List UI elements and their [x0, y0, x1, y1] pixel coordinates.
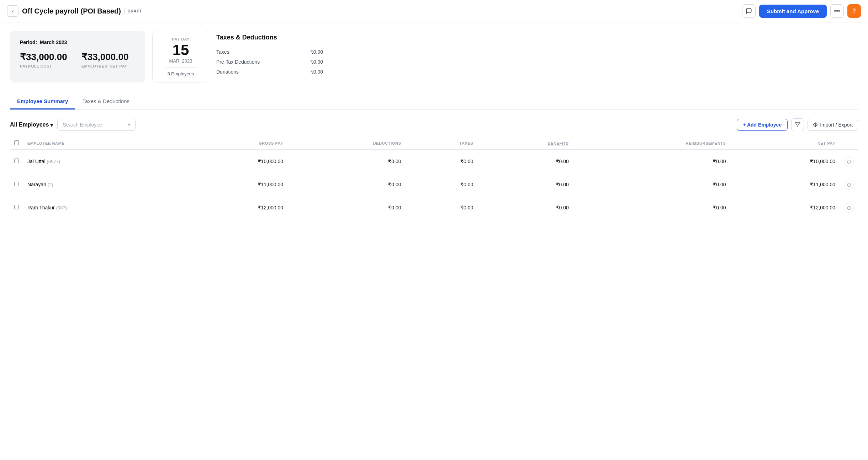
emp-name-cell: Narayan (2): [23, 173, 178, 196]
payday-label: PAY DAY: [172, 37, 189, 41]
taxes-cell: ₹0.00: [406, 150, 478, 173]
amounts-row: ₹33,000.00 PAYROLL COST ₹33,000.00 EMPLO…: [20, 52, 135, 68]
row-checkbox-1[interactable]: [14, 182, 19, 186]
payroll-cost-item: ₹33,000.00 PAYROLL COST: [20, 52, 67, 68]
gross-pay-cell: ₹10,000.00: [178, 150, 287, 173]
tax-name: Taxes: [216, 49, 229, 55]
more-options-button[interactable]: •••: [830, 4, 844, 18]
employee-table-body: Jai Uttal (6577) ₹10,000.00 ₹0.00 ₹0.00 …: [10, 150, 858, 219]
question-icon: ?: [852, 8, 856, 14]
gross-pay-cell: ₹11,000.00: [178, 173, 287, 196]
table-toolbar: All Employees ▾ Search Employee ▾ + Add …: [10, 118, 858, 131]
search-placeholder: Search Employee: [63, 122, 102, 128]
tabs: Employee Summary Taxes & Deductions: [10, 94, 858, 110]
chevron-down-icon: ▾: [50, 122, 53, 128]
payroll-cost-value: ₹33,000.00: [20, 52, 67, 63]
col-taxes: TAXES: [406, 137, 478, 150]
row-checkbox-cell: [10, 173, 23, 196]
header: ‹ Off Cycle payroll (POI Based) DRAFT Su…: [0, 0, 868, 22]
all-employees-dropdown[interactable]: All Employees ▾: [10, 122, 53, 128]
row-checkbox-0[interactable]: [14, 159, 19, 163]
row-more-button-2[interactable]: ⊙: [844, 203, 854, 213]
toolbar-right: + Add Employee Import / Export: [737, 118, 858, 131]
tax-value: ₹0.00: [310, 49, 323, 55]
search-employee-input[interactable]: Search Employee ▾: [57, 119, 136, 131]
header-left: ‹ Off Cycle payroll (POI Based) DRAFT: [7, 5, 742, 17]
comment-icon: [746, 8, 752, 14]
net-pay-cell: ₹10,000.00: [730, 150, 840, 173]
tax-row: Pre-Tax Deductions₹0.00: [216, 57, 323, 67]
net-pay-cell: ₹12,000.00: [730, 196, 840, 219]
header-actions: Submit and Approve ••• ?: [742, 4, 861, 18]
payday-divider: [165, 67, 196, 68]
emp-name: Jai Uttal: [27, 159, 46, 164]
row-checkbox-cell: [10, 196, 23, 219]
reimbursements-cell: ₹0.00: [573, 173, 730, 196]
row-checkbox-cell: [10, 150, 23, 173]
import-export-icon: [813, 122, 818, 127]
tax-row: Taxes₹0.00: [216, 47, 323, 57]
emp-id: (2): [48, 182, 53, 187]
back-button[interactable]: ‹: [7, 5, 18, 17]
benefits-cell: ₹0.00: [477, 173, 573, 196]
select-all-col: [10, 137, 23, 150]
row-more-button-1[interactable]: ⊙: [844, 180, 854, 189]
comment-button[interactable]: [742, 4, 756, 18]
row-action-cell: ⊙: [840, 173, 858, 196]
employee-table: EMPLOYEE NAME GROSS PAY DEDUCTIONS TAXES…: [10, 137, 858, 219]
tax-name: Pre-Tax Deductions: [216, 59, 260, 65]
filter-button[interactable]: [791, 118, 804, 131]
row-action-cell: ⊙: [840, 196, 858, 219]
emp-name: Narayan: [27, 182, 46, 187]
help-button[interactable]: ?: [847, 4, 861, 18]
ellipsis-icon: •••: [834, 8, 840, 14]
taxes-title: Taxes & Deductions: [216, 34, 323, 41]
row-more-button-0[interactable]: ⊙: [844, 156, 854, 166]
all-employees-label: All Employees: [10, 122, 49, 128]
table-row: Jai Uttal (6577) ₹10,000.00 ₹0.00 ₹0.00 …: [10, 150, 858, 173]
col-net-pay: NET PAY: [730, 137, 840, 150]
deductions-cell: ₹0.00: [287, 196, 405, 219]
emp-name-cell: Ram Thakur (987): [23, 196, 178, 219]
emp-name: Ram Thakur: [27, 205, 55, 210]
col-employee-name: EMPLOYEE NAME: [23, 137, 178, 150]
net-pay-label: EMPLOYEES' NET PAY: [81, 64, 129, 68]
select-all-checkbox[interactable]: [14, 140, 19, 145]
payroll-card: Period: March 2023 ₹33,000.00 PAYROLL CO…: [10, 31, 145, 82]
draft-badge: DRAFT: [125, 8, 145, 14]
filter-icon: [795, 122, 800, 128]
add-employee-button[interactable]: + Add Employee: [737, 119, 788, 131]
payday-day: 15: [173, 43, 189, 58]
taxes-cell: ₹0.00: [406, 196, 478, 219]
reimbursements-cell: ₹0.00: [573, 196, 730, 219]
taxes-card: Taxes & Deductions Taxes₹0.00Pre-Tax Ded…: [216, 31, 323, 82]
tax-value: ₹0.00: [310, 59, 323, 65]
period-prefix: Period:: [20, 39, 37, 45]
tax-name: Donations: [216, 69, 239, 75]
reimbursements-cell: ₹0.00: [573, 150, 730, 173]
import-export-button[interactable]: Import / Export: [808, 119, 858, 131]
period-value: March 2023: [40, 39, 67, 45]
row-action-cell: ⊙: [840, 150, 858, 173]
submit-approve-button[interactable]: Submit and Approve: [759, 5, 827, 18]
payroll-cost-label: PAYROLL COST: [20, 64, 67, 68]
tax-value: ₹0.00: [310, 69, 323, 75]
tab-employee-summary[interactable]: Employee Summary: [10, 94, 75, 109]
net-pay-cell: ₹11,000.00: [730, 173, 840, 196]
col-deductions: DEDUCTIONS: [287, 137, 405, 150]
table-row: Ram Thakur (987) ₹12,000.00 ₹0.00 ₹0.00 …: [10, 196, 858, 219]
search-arrow-icon: ▾: [128, 122, 130, 127]
emp-id: (6577): [47, 159, 60, 164]
summary-row: Period: March 2023 ₹33,000.00 PAYROLL CO…: [10, 31, 858, 82]
page-title: Off Cycle payroll (POI Based): [22, 7, 121, 15]
deductions-cell: ₹0.00: [287, 173, 405, 196]
main-content: Period: March 2023 ₹33,000.00 PAYROLL CO…: [0, 22, 868, 228]
gross-pay-cell: ₹12,000.00: [178, 196, 287, 219]
payday-month: MAR, 2023: [169, 58, 192, 64]
import-export-label: Import / Export: [820, 122, 853, 128]
payday-card: PAY DAY 15 MAR, 2023 3 Employees: [152, 31, 209, 82]
emp-name-cell: Jai Uttal (6577): [23, 150, 178, 173]
add-employee-label: + Add Employee: [743, 122, 782, 128]
row-checkbox-2[interactable]: [14, 205, 19, 209]
tab-taxes-deductions[interactable]: Taxes & Deductions: [75, 94, 137, 109]
